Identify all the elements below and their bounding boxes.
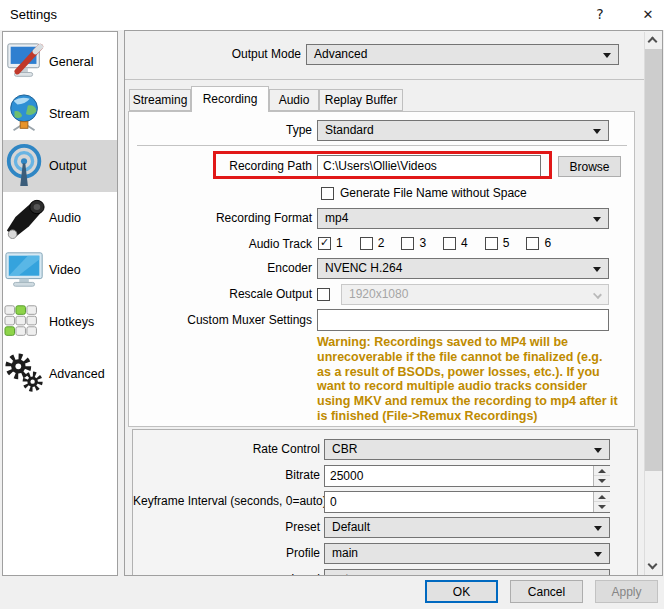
profile-label: Profile: [133, 543, 320, 564]
recording-format-select[interactable]: mp4: [317, 208, 609, 229]
audio-track-5-label: 5: [503, 236, 510, 250]
output-mode-label: Output Mode: [125, 44, 301, 65]
section-divider: [125, 79, 662, 80]
audio-track-6-checkbox[interactable]: [526, 237, 539, 250]
browse-button[interactable]: Browse: [558, 156, 621, 177]
preset-value: Default: [332, 520, 370, 534]
level-value: auto: [332, 572, 355, 576]
bitrate-input[interactable]: [325, 466, 592, 486]
preset-select[interactable]: Default: [324, 517, 610, 538]
tab-audio[interactable]: Audio: [269, 89, 319, 111]
output-mode-value: Advanced: [314, 47, 367, 61]
chevron-down-icon: [603, 53, 611, 58]
audio-track-6-label: 6: [544, 236, 551, 250]
cancel-button[interactable]: Cancel: [510, 580, 583, 603]
globe-icon: [4, 92, 46, 136]
sidebar-item-advanced[interactable]: Advanced: [3, 348, 117, 400]
chevron-down-icon: [593, 290, 602, 299]
profile-select[interactable]: main: [324, 543, 610, 564]
help-icon[interactable]: ?: [584, 0, 616, 29]
chevron-down-icon: [594, 526, 602, 531]
spin-buttons: [593, 492, 609, 512]
audio-track-2-checkbox[interactable]: [360, 237, 373, 250]
sidebar-item-video[interactable]: Video: [3, 244, 117, 296]
keyframe-interval-input[interactable]: [325, 492, 592, 512]
rate-control-label: Rate Control: [133, 439, 320, 460]
scroll-down-icon[interactable]: [645, 558, 662, 575]
sidebar-item-general[interactable]: General: [3, 36, 117, 88]
keyframe-interval-stepper: [324, 491, 610, 513]
chevron-down-icon: [594, 552, 602, 557]
rescale-output-checkbox[interactable]: [317, 288, 330, 301]
tab-recording[interactable]: Recording: [191, 86, 269, 112]
audio-track-3-checkbox[interactable]: [401, 237, 414, 250]
keyframe-interval-label: Keyframe Interval (seconds, 0=auto): [133, 491, 320, 512]
scroll-up-icon[interactable]: [645, 32, 662, 49]
sidebar-item-stream[interactable]: Stream: [3, 88, 117, 140]
audio-track-5-checkbox[interactable]: [485, 237, 498, 250]
spin-down-icon[interactable]: [594, 502, 610, 512]
custom-muxer-input[interactable]: [317, 309, 609, 331]
vertical-scrollbar[interactable]: [644, 32, 661, 575]
tab-streaming[interactable]: Streaming: [129, 89, 191, 111]
recording-tab-pane: Type Standard Recording Path Browse Gene…: [128, 111, 635, 427]
audio-track-1-checkbox[interactable]: [318, 237, 331, 250]
encoder-label: Encoder: [129, 258, 312, 279]
gears-icon: [4, 352, 46, 396]
sidebar-item-audio[interactable]: Audio: [3, 192, 117, 244]
spin-down-icon[interactable]: [594, 476, 610, 486]
encoder-select[interactable]: NVENC H.264: [317, 258, 609, 279]
audio-track-label: Audio Track: [129, 234, 312, 255]
preset-label: Preset: [133, 517, 320, 538]
level-label: Level: [133, 569, 320, 576]
rescale-output-label: Rescale Output: [129, 284, 312, 305]
type-select[interactable]: Standard: [317, 120, 609, 141]
sidebar-item-output[interactable]: Output: [3, 140, 117, 192]
recording-format-label: Recording Format: [129, 208, 312, 229]
generate-no-space-checkbox[interactable]: [321, 187, 334, 200]
sidebar-item-label: Hotkeys: [49, 315, 94, 329]
sidebar-item-label: Audio: [49, 211, 81, 225]
window-title: Settings: [10, 7, 57, 22]
output-settings-panel: Output Mode Advanced Streaming Recording…: [124, 30, 663, 576]
audio-track-4-checkbox[interactable]: [443, 237, 456, 250]
rescale-resolution-select: 1920x1080: [341, 284, 609, 305]
encoder-settings-group: Rate Control CBR Bitrate Keyframe Interv…: [132, 429, 638, 576]
output-mode-select[interactable]: Advanced: [306, 44, 619, 65]
divider: [137, 145, 627, 146]
encoder-value: NVENC H.264: [325, 261, 402, 275]
rescale-resolution-value: 1920x1080: [349, 287, 408, 301]
rate-control-value: CBR: [332, 442, 357, 456]
apply-button[interactable]: Apply: [595, 580, 658, 603]
keyboard-icon: [4, 300, 46, 344]
spin-up-icon[interactable]: [594, 466, 610, 476]
bitrate-label: Bitrate: [133, 465, 320, 486]
broadcast-icon: [4, 144, 46, 188]
rate-control-select[interactable]: CBR: [324, 439, 610, 460]
sidebar-item-label: Stream: [49, 107, 89, 121]
spin-buttons: [593, 466, 609, 486]
tab-replay-buffer[interactable]: Replay Buffer: [319, 89, 403, 111]
generate-no-space-label: Generate File Name without Space: [340, 186, 527, 200]
sidebar-item-hotkeys[interactable]: Hotkeys: [3, 296, 117, 348]
type-value: Standard: [325, 123, 374, 137]
title-bar: Settings ? ✕: [0, 0, 664, 30]
scrollbar-thumb[interactable]: [645, 49, 662, 471]
audio-track-1-label: 1: [336, 236, 343, 250]
mp4-warning-text: Warning: Recordings saved to MP4 will be…: [317, 335, 619, 424]
sidebar-item-label: Output: [49, 159, 87, 173]
type-label: Type: [129, 120, 312, 141]
close-icon[interactable]: ✕: [632, 0, 664, 29]
level-select[interactable]: auto: [324, 569, 610, 576]
chevron-down-icon: [593, 129, 601, 134]
sidebar-item-label: Video: [49, 263, 81, 277]
monitor-brush-icon: [4, 40, 46, 84]
recording-format-value: mp4: [325, 211, 348, 225]
recording-path-input[interactable]: [317, 155, 541, 177]
speaker-icon: [4, 196, 46, 240]
custom-muxer-label: Custom Muxer Settings: [129, 310, 312, 331]
ok-button[interactable]: OK: [425, 580, 498, 603]
chevron-down-icon: [594, 448, 602, 453]
settings-sidebar: General Stream Output: [2, 31, 118, 576]
spin-up-icon[interactable]: [594, 492, 610, 502]
